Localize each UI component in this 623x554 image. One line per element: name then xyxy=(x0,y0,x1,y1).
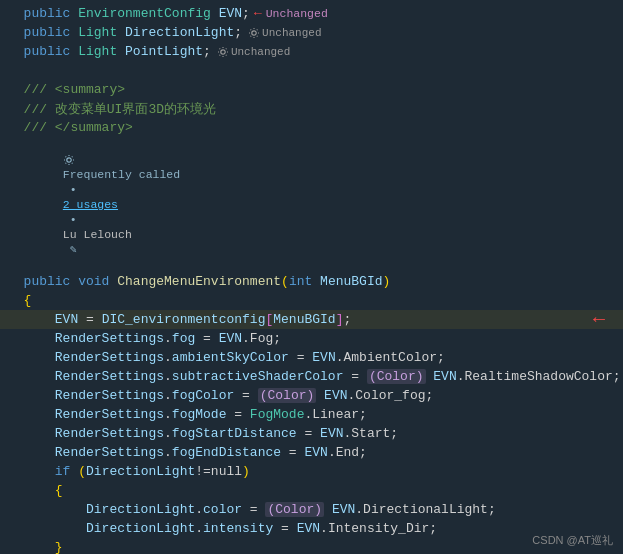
code-line-evn-assign: EVN = DIC_environmentconfig[MenuBGId]; ← xyxy=(0,310,623,329)
code-line-ambient: RenderSettings.ambientSkyColor = EVN.Amb… xyxy=(0,348,623,367)
frequently-called-label: Frequently called xyxy=(63,168,180,181)
code-line-summary-open: /// <summary> xyxy=(0,80,623,99)
code-line-summary-close: /// </summary> xyxy=(0,118,623,137)
code-line-dirlight-intensity: DirectionLight.intensity = EVN.Intensity… xyxy=(0,519,623,538)
arrow-left: ← xyxy=(254,6,262,21)
code-line-fogend: RenderSettings.fogEndDistance = EVN.End; xyxy=(0,443,623,462)
code-line-if-brace-close: } xyxy=(0,538,623,554)
code-line-method-sig: public void ChangeMenuEnvironment(int Me… xyxy=(0,272,623,291)
code-line-subtractive: RenderSettings.subtractiveShaderColor = … xyxy=(0,367,623,386)
code-line-empty xyxy=(0,61,623,80)
code-line-3: public Light PointLight; Unchanged xyxy=(0,42,623,61)
gear-icon xyxy=(248,27,260,39)
code-line-dirlight-color: DirectionLight.color = (Color) EVN.Direc… xyxy=(0,500,623,519)
code-line-if-brace-open: { xyxy=(0,481,623,500)
code-line-meta: Frequently called • 2 usages • Lu Lelouc… xyxy=(0,137,623,272)
code-line-summary-text: /// 改变菜单UI界面3D的环境光 xyxy=(0,99,623,118)
svg-point-0 xyxy=(252,30,256,34)
freq-icon xyxy=(63,154,75,166)
keyword: public xyxy=(8,6,78,21)
unchanged-badge-3: Unchanged xyxy=(217,46,290,58)
watermark: CSDN @AT巡礼 xyxy=(532,533,613,548)
unchanged-label-1: Unchanged xyxy=(266,7,328,20)
code-line-if-direction: if (DirectionLight!=null) xyxy=(0,462,623,481)
svg-point-2 xyxy=(67,157,71,161)
right-arrow-indicator: ← xyxy=(593,310,605,329)
code-line-fogstart: RenderSettings.fogStartDistance = EVN.St… xyxy=(0,424,623,443)
author-label: Lu Lelouch xyxy=(63,228,132,241)
code-line-fogmode: RenderSettings.fogMode = FogMode.Linear; xyxy=(0,405,623,424)
usages-link[interactable]: 2 usages xyxy=(63,198,118,211)
code-line-fog: RenderSettings.fog = EVN.Fog; xyxy=(0,329,623,348)
code-line-2: public Light DirectionLight; Unchanged xyxy=(0,23,623,42)
code-line-open-brace: { xyxy=(0,291,623,310)
code-line-1: public EnvironmentConfig EVN;←Unchanged xyxy=(0,4,623,23)
unchanged-badge-2: Unchanged xyxy=(248,27,321,39)
code-editor: public EnvironmentConfig EVN;←Unchanged … xyxy=(0,0,623,554)
gear-icon xyxy=(217,46,229,58)
svg-point-1 xyxy=(221,49,225,53)
code-line-fogcolor: RenderSettings.fogColor = (Color) EVN.Co… xyxy=(0,386,623,405)
